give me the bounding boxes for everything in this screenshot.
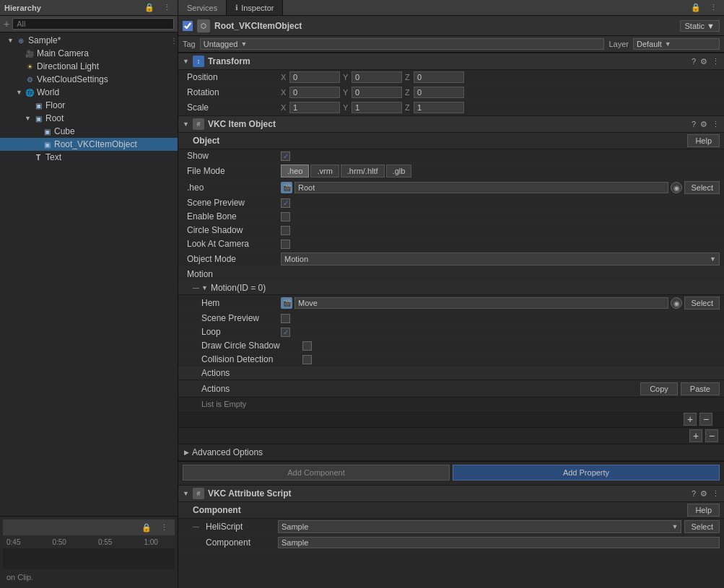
vkc-more-icon[interactable]: ⋮ xyxy=(712,120,720,129)
enable-bone-checkbox[interactable] xyxy=(281,212,290,221)
tree-item-sample[interactable]: ▼ ⊕ Sample* ⋮ xyxy=(0,34,178,47)
layer-value: Default xyxy=(637,40,662,48)
hem-ref-input[interactable] xyxy=(295,297,668,309)
outer-plus-btn[interactable]: + xyxy=(689,429,702,442)
label-floor: Floor xyxy=(45,100,65,110)
heliscript-dropdown[interactable]: Sample ▼ xyxy=(278,520,681,533)
transform-settings-icon[interactable]: ⚙ xyxy=(700,57,707,66)
inspector-lock-icon[interactable]: 🔒 xyxy=(689,2,703,13)
transform-help-icon[interactable]: ? xyxy=(692,57,696,66)
file-mode-heo[interactable]: .heo xyxy=(281,164,309,177)
copy-button[interactable]: Copy xyxy=(640,382,678,395)
file-mode-hrm[interactable]: .hrm/.hltf xyxy=(341,164,385,177)
tab-services[interactable]: Services xyxy=(178,0,227,15)
hem-circle-btn[interactable]: ◉ xyxy=(671,297,682,309)
loop-checkbox[interactable] xyxy=(281,328,290,337)
vkc-attribute-header[interactable]: ▼ # VKC Attribute Script ? ⚙ ⋮ xyxy=(178,485,724,502)
position-x-input[interactable] xyxy=(289,71,340,83)
object-mode-value: Motion xyxy=(284,255,308,263)
icon-dir-light: ☀ xyxy=(25,61,35,71)
inner-plus-btn[interactable]: + xyxy=(684,413,697,426)
timeline-more-icon[interactable]: ⋮ xyxy=(158,522,170,533)
object-sub-header: Object Help xyxy=(178,133,724,149)
file-mode-glb[interactable]: .glb xyxy=(386,164,412,177)
inner-minus-btn[interactable]: − xyxy=(699,413,712,426)
help-button[interactable]: Help xyxy=(687,134,720,147)
vkc-item-header[interactable]: ▼ # VKC Item Object ? ⚙ ⋮ xyxy=(178,115,724,133)
hem-label: Hem xyxy=(201,298,281,308)
draw-circle-checkbox[interactable] xyxy=(302,341,312,351)
circle-shadow-checkbox[interactable] xyxy=(281,226,290,235)
show-checkbox[interactable] xyxy=(281,152,290,161)
timeline-lock-icon[interactable]: 🔒 xyxy=(139,522,154,533)
paste-button[interactable]: Paste xyxy=(681,382,720,395)
scale-y-input[interactable] xyxy=(352,102,402,113)
more-options-icon[interactable]: ⋮ xyxy=(161,2,173,13)
arrow-root: ▼ xyxy=(25,115,33,122)
show-row: Show xyxy=(178,149,724,163)
position-y-input[interactable] xyxy=(352,71,402,83)
object-active-checkbox[interactable] xyxy=(183,21,193,31)
tree-item-directional-light[interactable]: ☀ Directional Light xyxy=(0,60,178,73)
heo-ref-input[interactable] xyxy=(295,182,668,193)
vkc-attr-help-icon[interactable]: ? xyxy=(692,489,696,499)
rot-y-label: Y xyxy=(343,88,350,97)
transform-header[interactable]: ▼ ↕ Transform ? ⚙ ⋮ xyxy=(178,53,724,70)
rotation-label: Rotation xyxy=(187,87,281,97)
transform-more-icon[interactable]: ⋮ xyxy=(712,57,720,66)
transform-actions: ? ⚙ ⋮ xyxy=(692,57,720,66)
object-mode-dropdown[interactable]: Motion ▼ xyxy=(281,253,720,266)
component2-value: Sample xyxy=(278,537,720,548)
heo-circle-btn[interactable]: ◉ xyxy=(671,182,682,193)
tree-item-text[interactable]: T Text xyxy=(0,151,178,164)
tree-item-floor[interactable]: ▣ Floor xyxy=(0,99,178,112)
vkc-settings-icon[interactable]: ⚙ xyxy=(700,120,707,129)
collision-checkbox[interactable] xyxy=(302,355,312,364)
scene-preview-motion-checkbox[interactable] xyxy=(281,314,290,323)
tab-inspector[interactable]: ℹ Inspector xyxy=(227,0,283,15)
hierarchy-title: Hierarchy xyxy=(4,4,41,12)
rotation-x-input[interactable] xyxy=(289,87,340,98)
sample-more[interactable]: ⋮ xyxy=(170,37,178,45)
tree-item-cube[interactable]: ▣ Cube xyxy=(0,125,178,138)
tree-item-vket-cloud-settings[interactable]: ⚙ VketCloudSettings xyxy=(0,73,178,86)
heo-select-button[interactable]: Select xyxy=(684,181,720,194)
tag-dropdown[interactable]: Untagged ▼ xyxy=(200,38,605,50)
scale-z-input[interactable] xyxy=(414,102,464,113)
vkc-help-icon[interactable]: ? xyxy=(692,120,696,129)
rotation-z-input[interactable] xyxy=(414,87,464,98)
static-dropdown[interactable]: Static ▼ xyxy=(680,20,720,32)
tree-item-root[interactable]: ▼ ▣ Root xyxy=(0,112,178,125)
rotation-x-field: X xyxy=(281,87,340,98)
scene-preview-checkbox[interactable] xyxy=(281,198,290,208)
rotation-y-input[interactable] xyxy=(352,87,402,98)
motion-id-header[interactable]: — ▼ Motion(ID = 0) xyxy=(178,281,724,295)
attr-help-button[interactable]: Help xyxy=(687,504,720,517)
plus-icon[interactable]: + xyxy=(4,18,9,30)
advanced-options-row[interactable]: ▶ Advanced Options xyxy=(178,444,724,461)
position-z-input[interactable] xyxy=(414,71,464,83)
tree-item-main-camera[interactable]: 🎥 Main Camera xyxy=(0,47,178,60)
circle-shadow-label: Circle Shadow xyxy=(187,225,281,235)
hierarchy-search-input[interactable] xyxy=(12,18,174,30)
left-panel: Hierarchy 🔒 ⋮ + ▼ ⊕ Sample* ⋮ 🎥 Main Cam… xyxy=(0,0,178,588)
lock-icon[interactable]: 🔒 xyxy=(142,2,157,13)
vkc-attr-more-icon[interactable]: ⋮ xyxy=(712,489,720,499)
tree-item-root-vkc[interactable]: ▣ Root_VKCItemObject xyxy=(0,138,178,151)
add-property-button[interactable]: Add Property xyxy=(453,465,720,481)
inspector-more-icon[interactable]: ⋮ xyxy=(707,2,720,13)
icon-sample: ⊕ xyxy=(16,35,26,45)
tab-services-label: Services xyxy=(187,4,217,12)
vkc-attr-settings-icon[interactable]: ⚙ xyxy=(700,489,707,499)
hem-select-button[interactable]: Select xyxy=(684,297,720,310)
heliscript-select-button[interactable]: Select xyxy=(684,520,720,533)
add-component-button[interactable]: Add Component xyxy=(183,465,450,481)
scale-x-input[interactable] xyxy=(289,102,340,113)
layer-dropdown[interactable]: Default ▼ xyxy=(633,38,720,50)
tree-item-world[interactable]: ▼ 🌐 World xyxy=(0,86,178,99)
outer-minus-btn[interactable]: − xyxy=(705,429,718,442)
rotation-xyz: X Y Z xyxy=(281,87,720,98)
scene-preview-row: Scene Preview xyxy=(178,196,724,210)
look-at-camera-checkbox[interactable] xyxy=(281,240,290,249)
file-mode-vrm[interactable]: .vrm xyxy=(310,164,339,177)
